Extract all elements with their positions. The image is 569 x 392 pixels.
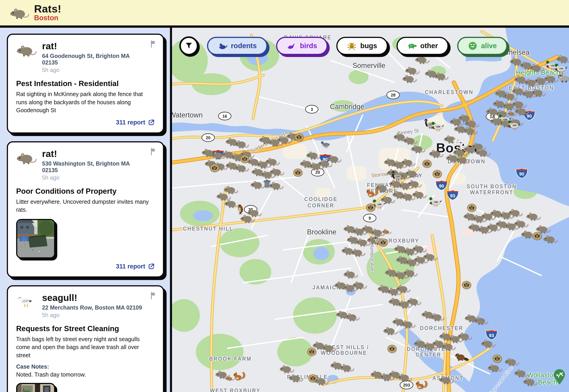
- flag-icon[interactable]: [150, 292, 156, 300]
- duck-marker[interactable]: [507, 118, 522, 130]
- rat-marker[interactable]: [268, 136, 283, 148]
- wollaston-beach-pin: [553, 368, 566, 385]
- case-notes-label: Case Notes:: [16, 363, 155, 370]
- pigeon-marker[interactable]: [319, 139, 333, 149]
- duck-marker[interactable]: [430, 120, 446, 131]
- rat-marker[interactable]: [441, 340, 456, 351]
- report-311-link[interactable]: 311 report: [116, 119, 145, 126]
- rat-marker[interactable]: [314, 375, 329, 386]
- filter-pill-birds[interactable]: birds: [276, 37, 328, 55]
- hole-marker[interactable]: [420, 158, 434, 169]
- rat-marker[interactable]: [321, 342, 336, 353]
- rat-icon: [16, 149, 37, 166]
- filter-pill-rodents[interactable]: rodents: [207, 37, 268, 55]
- rat-marker[interactable]: [401, 191, 416, 202]
- duck-marker[interactable]: [428, 195, 443, 207]
- rat-marker[interactable]: [397, 371, 412, 382]
- rat-marker[interactable]: [405, 256, 420, 267]
- rat-marker[interactable]: [386, 285, 401, 297]
- rat-marker[interactable]: [343, 268, 358, 279]
- hole-marker[interactable]: [364, 202, 378, 213]
- report-card[interactable]: rat! 64 Goodenough St, Brighton MA 02135…: [7, 34, 164, 134]
- rat-marker[interactable]: [240, 212, 255, 224]
- filter-pill-other[interactable]: other: [397, 37, 449, 55]
- report-body: Litter everywhere. Uncovered dumpster in…: [16, 198, 155, 214]
- hole-marker[interactable]: [385, 343, 399, 354]
- beaver-marker[interactable]: [455, 351, 469, 362]
- rat-marker[interactable]: [504, 220, 519, 231]
- rat-marker[interactable]: [487, 362, 502, 373]
- report-card[interactable]: seagull! 22 Merchants Row, Boston MA 021…: [7, 285, 164, 392]
- rat-marker[interactable]: [269, 180, 284, 191]
- filter-pill-bugs[interactable]: bugs: [336, 37, 388, 55]
- report-photo-dumpster[interactable]: [16, 219, 55, 258]
- filter-pill-alive[interactable]: alive: [457, 37, 507, 55]
- report-card[interactable]: rat! 530 Washington St, Brighton MA 0213…: [7, 141, 164, 278]
- case-notes-text: Noted. Trash day tomorrow.: [16, 371, 155, 378]
- report-photo-street-trash[interactable]: [16, 383, 55, 392]
- squirrel-marker[interactable]: [366, 187, 380, 198]
- rat-marker[interactable]: [397, 298, 412, 309]
- rat-marker[interactable]: [430, 311, 445, 322]
- svg-text:3: 3: [311, 107, 313, 112]
- external-link-icon[interactable]: [148, 119, 155, 126]
- svg-text:93: 93: [450, 194, 455, 198]
- rat-marker[interactable]: [260, 168, 275, 180]
- hole-marker[interactable]: [376, 237, 390, 248]
- interstate-90-shield: 90: [435, 180, 448, 192]
- rat-marker[interactable]: [401, 318, 416, 329]
- rat-marker[interactable]: [383, 324, 398, 336]
- hole-marker[interactable]: [430, 168, 444, 179]
- hole-marker[interactable]: [292, 131, 306, 142]
- report-311-link[interactable]: 311 report: [116, 263, 145, 270]
- flag-icon[interactable]: [150, 148, 156, 155]
- interstate-93-shield: 93: [446, 190, 459, 201]
- rat-marker[interactable]: [423, 340, 438, 351]
- rat-marker[interactable]: [339, 362, 354, 373]
- rat-marker[interactable]: [350, 246, 365, 258]
- report-heading: Pest Infestation - Residential: [16, 79, 155, 88]
- hole-marker[interactable]: [530, 230, 544, 241]
- duck-marker[interactable]: [553, 61, 569, 73]
- hole-marker[interactable]: [305, 346, 319, 357]
- rat-marker[interactable]: [523, 376, 538, 387]
- rat-marker[interactable]: [309, 160, 324, 171]
- rat-marker[interactable]: [343, 282, 358, 293]
- squirrel-marker[interactable]: [415, 379, 429, 390]
- rat-marker[interactable]: [394, 269, 409, 280]
- raccoon-marker[interactable]: [557, 71, 569, 83]
- rat-marker[interactable]: [477, 223, 492, 235]
- rat-marker[interactable]: [234, 162, 249, 173]
- map-label: BROOK FARM: [209, 356, 252, 362]
- rat-marker[interactable]: [379, 371, 394, 382]
- filter-funnel-button[interactable]: [179, 36, 198, 56]
- rat-marker[interactable]: [434, 70, 449, 81]
- rat-marker[interactable]: [522, 87, 537, 99]
- rat-marker[interactable]: [428, 147, 443, 159]
- rat-marker[interactable]: [463, 125, 478, 136]
- rat-marker[interactable]: [504, 355, 519, 367]
- rat-marker[interactable]: [402, 72, 417, 84]
- rat-marker[interactable]: [439, 374, 454, 385]
- reports-sidebar[interactable]: rat! 64 Goodenough St, Brighton MA 02135…: [0, 28, 172, 392]
- rat-marker[interactable]: [356, 236, 370, 247]
- hole-marker[interactable]: [207, 163, 222, 173]
- rat-marker[interactable]: [250, 179, 265, 190]
- rat-marker[interactable]: [234, 138, 249, 149]
- flag-icon[interactable]: [150, 40, 156, 48]
- rat-marker[interactable]: [455, 154, 470, 165]
- mouse-marker[interactable]: [225, 374, 235, 382]
- rat-marker[interactable]: [345, 311, 360, 322]
- map-label: CHARLESTOWN: [425, 89, 473, 95]
- rat-marker[interactable]: [543, 233, 558, 244]
- map[interactable]: SomervilleCambridgeChelseaWatertownBrook…: [172, 28, 569, 392]
- hole-marker[interactable]: [459, 279, 474, 290]
- rat-marker[interactable]: [411, 143, 426, 154]
- hole-marker[interactable]: [291, 167, 305, 178]
- rat-marker[interactable]: [529, 62, 544, 73]
- rat-marker[interactable]: [481, 337, 496, 349]
- external-link-icon[interactable]: [148, 263, 155, 270]
- rat-marker[interactable]: [288, 372, 303, 383]
- rat-marker[interactable]: [473, 314, 488, 326]
- rat-marker[interactable]: [475, 146, 490, 158]
